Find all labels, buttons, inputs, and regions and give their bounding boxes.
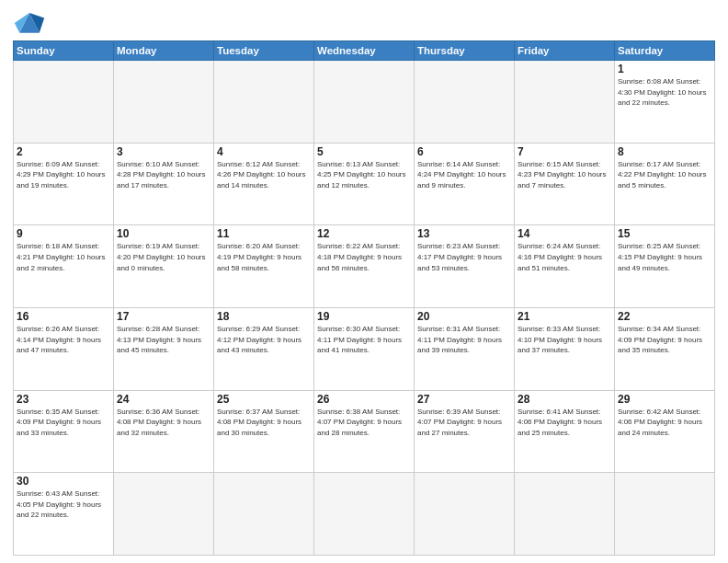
day-cell xyxy=(615,473,715,556)
day-info: Sunrise: 6:39 AM Sunset: 4:07 PM Dayligh… xyxy=(417,407,511,439)
day-info: Sunrise: 6:28 AM Sunset: 4:13 PM Dayligh… xyxy=(117,324,210,356)
day-info: Sunrise: 6:30 AM Sunset: 4:11 PM Dayligh… xyxy=(317,324,411,356)
day-number: 19 xyxy=(317,310,411,323)
day-cell: 6Sunrise: 6:14 AM Sunset: 4:24 PM Daylig… xyxy=(415,143,515,225)
day-cell: 9Sunrise: 6:18 AM Sunset: 4:21 PM Daylig… xyxy=(14,225,114,308)
weekday-header-thursday: Thursday xyxy=(415,41,515,61)
day-number: 12 xyxy=(317,227,411,240)
day-cell: 30Sunrise: 6:43 AM Sunset: 4:05 PM Dayli… xyxy=(14,473,114,556)
day-cell: 20Sunrise: 6:31 AM Sunset: 4:11 PM Dayli… xyxy=(415,307,515,390)
day-cell: 23Sunrise: 6:35 AM Sunset: 4:09 PM Dayli… xyxy=(14,390,114,473)
week-row-2: 9Sunrise: 6:18 AM Sunset: 4:21 PM Daylig… xyxy=(14,225,715,308)
day-cell: 8Sunrise: 6:17 AM Sunset: 4:22 PM Daylig… xyxy=(615,143,715,225)
day-info: Sunrise: 6:08 AM Sunset: 4:30 PM Dayligh… xyxy=(618,76,711,109)
day-info: Sunrise: 6:15 AM Sunset: 4:23 PM Dayligh… xyxy=(518,159,611,191)
day-number: 3 xyxy=(117,145,210,158)
day-number: 13 xyxy=(417,227,511,240)
weekday-header-sunday: Sunday xyxy=(14,41,114,61)
day-cell: 26Sunrise: 6:38 AM Sunset: 4:07 PM Dayli… xyxy=(314,390,415,473)
header xyxy=(13,9,715,35)
day-cell: 16Sunrise: 6:26 AM Sunset: 4:14 PM Dayli… xyxy=(14,307,114,390)
day-info: Sunrise: 6:34 AM Sunset: 4:09 PM Dayligh… xyxy=(618,324,711,356)
day-info: Sunrise: 6:36 AM Sunset: 4:08 PM Dayligh… xyxy=(117,407,210,439)
week-row-3: 16Sunrise: 6:26 AM Sunset: 4:14 PM Dayli… xyxy=(14,307,715,390)
day-cell xyxy=(515,473,615,556)
day-cell: 10Sunrise: 6:19 AM Sunset: 4:20 PM Dayli… xyxy=(114,225,214,308)
day-cell: 22Sunrise: 6:34 AM Sunset: 4:09 PM Dayli… xyxy=(615,307,715,390)
day-info: Sunrise: 6:35 AM Sunset: 4:09 PM Dayligh… xyxy=(17,407,110,439)
day-number: 23 xyxy=(17,393,110,406)
day-cell xyxy=(415,61,515,144)
day-number: 21 xyxy=(518,310,611,323)
week-row-4: 23Sunrise: 6:35 AM Sunset: 4:09 PM Dayli… xyxy=(14,390,715,473)
day-cell xyxy=(314,61,415,144)
day-info: Sunrise: 6:20 AM Sunset: 4:19 PM Dayligh… xyxy=(217,241,311,273)
day-cell: 11Sunrise: 6:20 AM Sunset: 4:19 PM Dayli… xyxy=(214,225,314,308)
day-number: 18 xyxy=(217,310,311,323)
day-cell: 2Sunrise: 6:09 AM Sunset: 4:29 PM Daylig… xyxy=(14,143,114,225)
day-cell: 15Sunrise: 6:25 AM Sunset: 4:15 PM Dayli… xyxy=(615,225,715,308)
weekday-header-tuesday: Tuesday xyxy=(214,41,314,61)
day-number: 28 xyxy=(518,393,611,406)
day-number: 25 xyxy=(217,393,311,406)
day-cell xyxy=(114,61,214,144)
day-number: 7 xyxy=(518,145,611,158)
logo xyxy=(13,9,50,35)
day-info: Sunrise: 6:14 AM Sunset: 4:24 PM Dayligh… xyxy=(417,159,511,191)
weekday-header-friday: Friday xyxy=(515,41,615,61)
page: SundayMondayTuesdayWednesdayThursdayFrid… xyxy=(0,0,728,563)
day-number: 2 xyxy=(17,145,110,158)
day-info: Sunrise: 6:13 AM Sunset: 4:25 PM Dayligh… xyxy=(317,159,411,191)
day-number: 6 xyxy=(417,145,511,158)
day-number: 17 xyxy=(117,310,210,323)
day-info: Sunrise: 6:24 AM Sunset: 4:16 PM Dayligh… xyxy=(518,241,611,273)
day-info: Sunrise: 6:29 AM Sunset: 4:12 PM Dayligh… xyxy=(217,324,311,356)
day-info: Sunrise: 6:22 AM Sunset: 4:18 PM Dayligh… xyxy=(317,241,411,273)
day-number: 24 xyxy=(117,393,210,406)
day-info: Sunrise: 6:26 AM Sunset: 4:14 PM Dayligh… xyxy=(17,324,110,356)
day-number: 10 xyxy=(117,227,210,240)
day-info: Sunrise: 6:23 AM Sunset: 4:17 PM Dayligh… xyxy=(417,241,511,273)
day-info: Sunrise: 6:41 AM Sunset: 4:06 PM Dayligh… xyxy=(518,407,611,439)
day-cell: 25Sunrise: 6:37 AM Sunset: 4:08 PM Dayli… xyxy=(214,390,314,473)
calendar-table: SundayMondayTuesdayWednesdayThursdayFrid… xyxy=(13,40,715,556)
day-cell: 5Sunrise: 6:13 AM Sunset: 4:25 PM Daylig… xyxy=(314,143,415,225)
day-number: 9 xyxy=(17,227,110,240)
day-cell xyxy=(415,473,515,556)
day-cell xyxy=(515,61,615,144)
day-info: Sunrise: 6:09 AM Sunset: 4:29 PM Dayligh… xyxy=(17,159,110,191)
day-cell: 14Sunrise: 6:24 AM Sunset: 4:16 PM Dayli… xyxy=(515,225,615,308)
week-row-5: 30Sunrise: 6:43 AM Sunset: 4:05 PM Dayli… xyxy=(14,473,715,556)
day-number: 16 xyxy=(17,310,110,323)
day-cell: 27Sunrise: 6:39 AM Sunset: 4:07 PM Dayli… xyxy=(415,390,515,473)
day-cell: 3Sunrise: 6:10 AM Sunset: 4:28 PM Daylig… xyxy=(114,143,214,225)
day-cell: 1Sunrise: 6:08 AM Sunset: 4:30 PM Daylig… xyxy=(615,61,715,144)
day-cell: 17Sunrise: 6:28 AM Sunset: 4:13 PM Dayli… xyxy=(114,307,214,390)
day-number: 29 xyxy=(618,393,711,406)
week-row-1: 2Sunrise: 6:09 AM Sunset: 4:29 PM Daylig… xyxy=(14,143,715,225)
day-cell: 24Sunrise: 6:36 AM Sunset: 4:08 PM Dayli… xyxy=(114,390,214,473)
day-number: 27 xyxy=(417,393,511,406)
day-number: 15 xyxy=(618,227,711,240)
weekday-header-monday: Monday xyxy=(114,41,214,61)
day-info: Sunrise: 6:25 AM Sunset: 4:15 PM Dayligh… xyxy=(618,241,711,273)
day-number: 14 xyxy=(518,227,611,240)
day-info: Sunrise: 6:17 AM Sunset: 4:22 PM Dayligh… xyxy=(618,159,711,191)
day-number: 1 xyxy=(618,63,711,75)
day-info: Sunrise: 6:12 AM Sunset: 4:26 PM Dayligh… xyxy=(217,159,311,191)
weekday-header-wednesday: Wednesday xyxy=(314,41,415,61)
day-number: 30 xyxy=(17,475,110,488)
weekday-header-saturday: Saturday xyxy=(615,41,715,61)
day-number: 5 xyxy=(317,145,411,158)
day-info: Sunrise: 6:18 AM Sunset: 4:21 PM Dayligh… xyxy=(17,241,110,273)
day-number: 8 xyxy=(618,145,711,158)
day-number: 11 xyxy=(217,227,311,240)
day-info: Sunrise: 6:43 AM Sunset: 4:05 PM Dayligh… xyxy=(17,488,110,521)
day-cell xyxy=(214,61,314,144)
day-number: 26 xyxy=(317,393,411,406)
day-cell xyxy=(14,61,114,144)
day-info: Sunrise: 6:19 AM Sunset: 4:20 PM Dayligh… xyxy=(117,241,210,273)
day-number: 20 xyxy=(417,310,511,323)
day-info: Sunrise: 6:42 AM Sunset: 4:06 PM Dayligh… xyxy=(618,407,711,439)
day-cell: 29Sunrise: 6:42 AM Sunset: 4:06 PM Dayli… xyxy=(615,390,715,473)
